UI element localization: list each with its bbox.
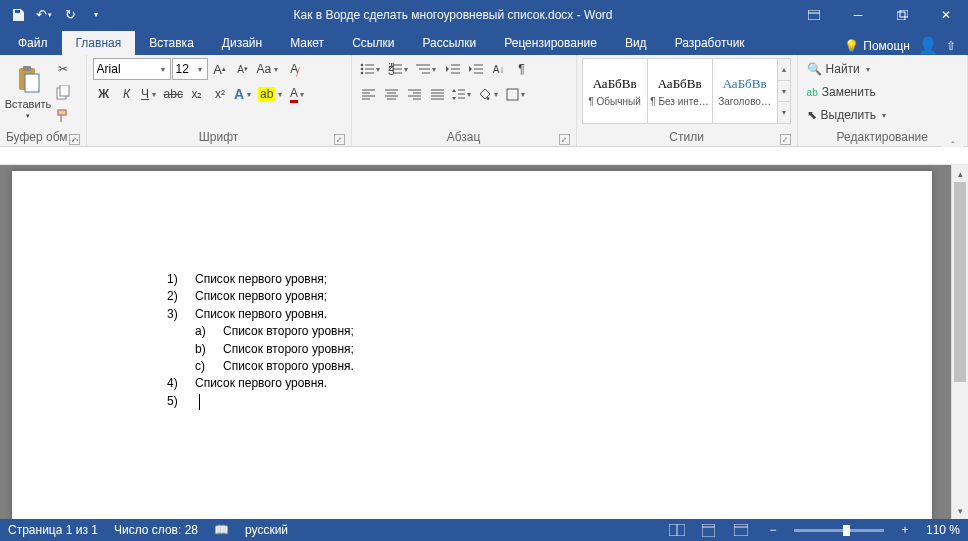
share-button[interactable]: ⇧ <box>946 39 956 53</box>
highlight-icon[interactable]: ab▾ <box>256 83 286 105</box>
tab-mailings[interactable]: Рассылки <box>408 31 490 55</box>
multilevel-list-icon[interactable]: ▾ <box>414 58 441 80</box>
cut-icon[interactable]: ✂ <box>52 58 74 80</box>
numbering-icon[interactable]: 123▾ <box>386 58 413 80</box>
font-name-input[interactable] <box>97 62 157 76</box>
group-editing-label: Редактирование <box>837 130 928 144</box>
qat-customize-icon[interactable]: ▾ <box>84 3 108 27</box>
group-styles: АаБбВв¶ Обычный АаБбВв¶ Без инте… АаБбВв… <box>577 55 798 146</box>
window-controls: ─ ✕ <box>792 0 968 29</box>
chevron-down-icon[interactable]: ▾ <box>197 65 203 74</box>
find-button[interactable]: 🔍Найти ▾ <box>804 58 876 80</box>
undo-icon[interactable]: ↶▾ <box>32 3 56 27</box>
scroll-down-icon[interactable]: ▾ <box>952 502 968 519</box>
paragraph-launcher-icon[interactable]: ⤢ <box>559 134 570 145</box>
zoom-handle[interactable] <box>843 525 850 536</box>
zoom-out-icon[interactable]: − <box>762 521 784 539</box>
grow-font-icon[interactable]: A▴ <box>209 58 231 80</box>
style-heading1[interactable]: АаБбВвЗаголово… <box>712 58 778 124</box>
tab-view[interactable]: Вид <box>611 31 661 55</box>
font-size-input[interactable] <box>176 62 196 76</box>
tab-insert[interactable]: Вставка <box>135 31 208 55</box>
justify-icon[interactable] <box>427 83 449 105</box>
align-right-icon[interactable] <box>404 83 426 105</box>
minimize-icon[interactable]: ─ <box>836 0 880 29</box>
tab-design[interactable]: Дизайн <box>208 31 276 55</box>
style-no-spacing[interactable]: АаБбВв¶ Без инте… <box>647 58 713 124</box>
font-name-combo[interactable]: ▾ <box>93 58 171 80</box>
increase-indent-icon[interactable] <box>465 58 487 80</box>
paste-icon <box>12 64 44 96</box>
list-item: Список первого уровня; <box>195 289 327 303</box>
shrink-font-icon[interactable]: A▾ <box>232 58 254 80</box>
subscript-button[interactable]: x₂ <box>186 83 208 105</box>
ruler[interactable] <box>0 147 968 165</box>
web-layout-icon[interactable] <box>730 521 752 539</box>
save-icon[interactable] <box>6 3 30 27</box>
select-button[interactable]: ⬉Выделить▾ <box>804 104 892 126</box>
scroll-thumb[interactable] <box>954 182 966 382</box>
style-normal[interactable]: АаБбВв¶ Обычный <box>582 58 648 124</box>
proofing-icon[interactable]: 📖 <box>214 523 229 537</box>
search-icon: 🔍 <box>807 62 822 76</box>
strikethrough-button[interactable]: abc <box>162 83 185 105</box>
paste-button[interactable]: Вставить ▾ <box>6 58 50 126</box>
align-left-icon[interactable] <box>358 83 380 105</box>
change-case-icon[interactable]: Aa▾ <box>255 58 283 80</box>
clipboard-launcher-icon[interactable]: ⤢ <box>69 134 80 145</box>
tell-me[interactable]: 💡 Помощн <box>844 39 910 53</box>
svg-rect-8 <box>60 85 69 96</box>
redo-icon[interactable]: ↻ <box>58 3 82 27</box>
gallery-down-icon[interactable]: ▾ <box>778 81 790 103</box>
align-center-icon[interactable] <box>381 83 403 105</box>
tab-references[interactable]: Ссылки <box>338 31 408 55</box>
language-indicator[interactable]: русский <box>245 523 288 537</box>
tab-home[interactable]: Главная <box>62 31 136 55</box>
font-size-combo[interactable]: ▾ <box>172 58 208 80</box>
bullets-icon[interactable]: ▾ <box>358 58 385 80</box>
tab-developer[interactable]: Разработчик <box>661 31 759 55</box>
tab-review[interactable]: Рецензирование <box>490 31 611 55</box>
print-layout-icon[interactable] <box>698 521 720 539</box>
zoom-in-icon[interactable]: + <box>894 521 916 539</box>
shading-icon[interactable]: ▾ <box>477 83 503 105</box>
bold-button[interactable]: Ж <box>93 83 115 105</box>
font-launcher-icon[interactable]: ⤢ <box>334 134 345 145</box>
scroll-up-icon[interactable]: ▴ <box>952 165 968 182</box>
vertical-scrollbar[interactable]: ▴ ▾ <box>951 165 968 519</box>
tab-file[interactable]: Файл <box>4 31 62 55</box>
gallery-up-icon[interactable]: ▴ <box>778 59 790 81</box>
read-mode-icon[interactable] <box>666 521 688 539</box>
close-icon[interactable]: ✕ <box>924 0 968 29</box>
sort-icon[interactable]: A↓ <box>488 58 510 80</box>
styles-launcher-icon[interactable]: ⤢ <box>780 134 791 145</box>
page-indicator[interactable]: Страница 1 из 1 <box>8 523 98 537</box>
zoom-slider[interactable] <box>794 529 884 532</box>
line-spacing-icon[interactable]: ▾ <box>450 83 476 105</box>
ribbon-tabs: Файл Главная Вставка Дизайн Макет Ссылки… <box>0 29 968 55</box>
replace-button[interactable]: abЗаменить <box>804 81 879 103</box>
styles-gallery: АаБбВв¶ Обычный АаБбВв¶ Без инте… АаБбВв… <box>583 58 791 124</box>
page[interactable]: 1)Список первого уровня; 2)Список первог… <box>12 171 932 519</box>
copy-icon[interactable] <box>52 81 74 103</box>
underline-button[interactable]: Ч▾ <box>139 83 161 105</box>
superscript-button[interactable]: x² <box>209 83 231 105</box>
text-effects-icon[interactable]: A▾ <box>232 83 255 105</box>
chevron-down-icon[interactable]: ▾ <box>159 65 167 74</box>
word-count[interactable]: Число слов: 28 <box>114 523 198 537</box>
gallery-more-icon[interactable]: ▾ <box>778 102 790 123</box>
maximize-icon[interactable] <box>880 0 924 29</box>
borders-icon[interactable]: ▾ <box>504 83 530 105</box>
tab-layout[interactable]: Макет <box>276 31 338 55</box>
font-color-icon[interactable]: A▾ <box>287 83 309 105</box>
italic-button[interactable]: К <box>116 83 138 105</box>
ribbon-display-icon[interactable] <box>792 0 836 29</box>
account-icon[interactable]: 👤 <box>918 36 938 55</box>
show-marks-icon[interactable]: ¶ <box>511 58 533 80</box>
decrease-indent-icon[interactable] <box>442 58 464 80</box>
zoom-level[interactable]: 110 % <box>926 523 960 537</box>
clear-formatting-icon[interactable]: A⧸ <box>283 58 305 80</box>
window-title: Как в Ворде сделать многоуровневый списо… <box>114 8 792 22</box>
document-content[interactable]: 1)Список первого уровня; 2)Список первог… <box>12 171 932 410</box>
format-painter-icon[interactable] <box>52 104 74 126</box>
